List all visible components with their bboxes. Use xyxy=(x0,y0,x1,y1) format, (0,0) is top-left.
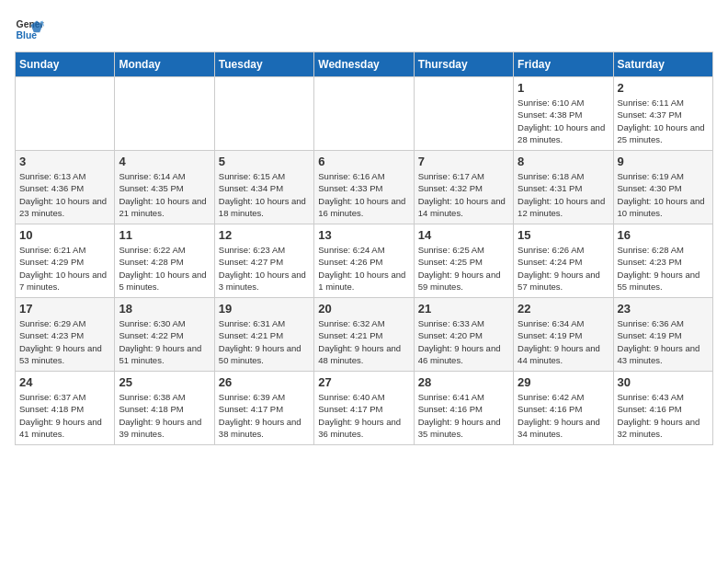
day-info: Sunrise: 6:23 AM Sunset: 4:27 PM Dayligh… xyxy=(219,244,310,293)
day-info: Sunrise: 6:14 AM Sunset: 4:35 PM Dayligh… xyxy=(119,170,210,219)
day-number: 27 xyxy=(318,375,409,389)
day-info: Sunrise: 6:42 AM Sunset: 4:16 PM Dayligh… xyxy=(518,391,609,440)
day-number: 22 xyxy=(518,302,609,316)
day-number: 18 xyxy=(119,302,210,316)
day-info: Sunrise: 6:29 AM Sunset: 4:23 PM Dayligh… xyxy=(19,317,110,366)
day-number: 26 xyxy=(219,375,310,389)
day-cell: 13Sunrise: 6:24 AM Sunset: 4:26 PM Dayli… xyxy=(314,224,414,298)
day-info: Sunrise: 6:10 AM Sunset: 4:38 PM Dayligh… xyxy=(518,97,609,145)
day-info: Sunrise: 6:19 AM Sunset: 4:30 PM Dayligh… xyxy=(618,170,709,219)
day-cell: 12Sunrise: 6:23 AM Sunset: 4:27 PM Dayli… xyxy=(214,224,313,298)
day-number: 7 xyxy=(418,155,509,168)
day-cell: 2Sunrise: 6:11 AM Sunset: 4:37 PM Daylig… xyxy=(613,77,712,151)
day-number: 4 xyxy=(119,155,210,168)
header-sunday: Sunday xyxy=(16,52,115,77)
day-cell xyxy=(414,77,513,151)
day-info: Sunrise: 6:26 AM Sunset: 4:24 PM Dayligh… xyxy=(518,244,609,293)
header-tuesday: Tuesday xyxy=(214,52,313,77)
day-info: Sunrise: 6:22 AM Sunset: 4:28 PM Dayligh… xyxy=(119,244,210,293)
header-saturday: Saturday xyxy=(613,52,712,77)
day-number: 8 xyxy=(518,155,609,168)
day-info: Sunrise: 6:16 AM Sunset: 4:33 PM Dayligh… xyxy=(318,170,409,219)
day-info: Sunrise: 6:38 AM Sunset: 4:18 PM Dayligh… xyxy=(119,391,210,440)
week-row-3: 10Sunrise: 6:21 AM Sunset: 4:29 PM Dayli… xyxy=(16,224,713,298)
day-number: 25 xyxy=(119,375,210,389)
day-info: Sunrise: 6:41 AM Sunset: 4:16 PM Dayligh… xyxy=(418,391,509,440)
day-number: 13 xyxy=(318,228,409,242)
day-cell: 22Sunrise: 6:34 AM Sunset: 4:19 PM Dayli… xyxy=(514,298,613,372)
week-row-2: 3Sunrise: 6:13 AM Sunset: 4:36 PM Daylig… xyxy=(16,151,713,224)
day-cell: 26Sunrise: 6:39 AM Sunset: 4:17 PM Dayli… xyxy=(214,372,313,445)
day-cell: 28Sunrise: 6:41 AM Sunset: 4:16 PM Dayli… xyxy=(414,372,513,445)
day-number: 24 xyxy=(19,375,110,389)
day-cell: 27Sunrise: 6:40 AM Sunset: 4:17 PM Dayli… xyxy=(314,372,414,445)
day-info: Sunrise: 6:11 AM Sunset: 4:37 PM Dayligh… xyxy=(618,97,709,145)
header-thursday: Thursday xyxy=(414,52,513,77)
day-info: Sunrise: 6:30 AM Sunset: 4:22 PM Dayligh… xyxy=(119,317,210,366)
day-info: Sunrise: 6:15 AM Sunset: 4:34 PM Dayligh… xyxy=(219,170,310,219)
calendar-header-row: SundayMondayTuesdayWednesdayThursdayFrid… xyxy=(16,52,713,77)
day-cell: 23Sunrise: 6:36 AM Sunset: 4:19 PM Dayli… xyxy=(613,298,712,372)
day-cell: 7Sunrise: 6:17 AM Sunset: 4:32 PM Daylig… xyxy=(414,151,513,224)
day-cell xyxy=(214,77,313,151)
day-info: Sunrise: 6:33 AM Sunset: 4:20 PM Dayligh… xyxy=(418,317,509,366)
day-number: 14 xyxy=(418,228,509,242)
day-cell: 21Sunrise: 6:33 AM Sunset: 4:20 PM Dayli… xyxy=(414,298,513,372)
day-number: 9 xyxy=(618,155,709,168)
day-cell: 1Sunrise: 6:10 AM Sunset: 4:38 PM Daylig… xyxy=(514,77,613,151)
day-info: Sunrise: 6:25 AM Sunset: 4:25 PM Dayligh… xyxy=(418,244,509,293)
header-monday: Monday xyxy=(115,52,214,77)
day-info: Sunrise: 6:43 AM Sunset: 4:16 PM Dayligh… xyxy=(618,391,709,440)
day-cell xyxy=(115,77,214,151)
day-number: 1 xyxy=(518,81,609,95)
day-number: 29 xyxy=(518,375,609,389)
day-info: Sunrise: 6:40 AM Sunset: 4:17 PM Dayligh… xyxy=(318,391,409,440)
day-number: 11 xyxy=(119,228,210,242)
day-cell: 19Sunrise: 6:31 AM Sunset: 4:21 PM Dayli… xyxy=(214,298,313,372)
day-number: 23 xyxy=(618,302,709,316)
week-row-1: 1Sunrise: 6:10 AM Sunset: 4:38 PM Daylig… xyxy=(16,77,713,151)
day-number: 5 xyxy=(219,155,310,168)
day-cell: 15Sunrise: 6:26 AM Sunset: 4:24 PM Dayli… xyxy=(514,224,613,298)
day-info: Sunrise: 6:17 AM Sunset: 4:32 PM Dayligh… xyxy=(418,170,509,219)
day-number: 12 xyxy=(219,228,310,242)
day-cell: 11Sunrise: 6:22 AM Sunset: 4:28 PM Dayli… xyxy=(115,224,214,298)
header-friday: Friday xyxy=(514,52,613,77)
day-cell: 25Sunrise: 6:38 AM Sunset: 4:18 PM Dayli… xyxy=(115,372,214,445)
day-cell: 6Sunrise: 6:16 AM Sunset: 4:33 PM Daylig… xyxy=(314,151,414,224)
day-cell: 4Sunrise: 6:14 AM Sunset: 4:35 PM Daylig… xyxy=(115,151,214,224)
day-info: Sunrise: 6:24 AM Sunset: 4:26 PM Dayligh… xyxy=(318,244,409,293)
day-number: 30 xyxy=(618,375,709,389)
logo: General Blue xyxy=(15,15,44,44)
day-number: 19 xyxy=(219,302,310,316)
day-number: 10 xyxy=(19,228,110,242)
day-info: Sunrise: 6:36 AM Sunset: 4:19 PM Dayligh… xyxy=(618,317,709,366)
day-cell: 10Sunrise: 6:21 AM Sunset: 4:29 PM Dayli… xyxy=(16,224,115,298)
calendar-table: SundayMondayTuesdayWednesdayThursdayFrid… xyxy=(15,52,713,445)
day-number: 16 xyxy=(618,228,709,242)
day-cell xyxy=(16,77,115,151)
day-number: 21 xyxy=(418,302,509,316)
day-info: Sunrise: 6:13 AM Sunset: 4:36 PM Dayligh… xyxy=(19,170,110,219)
header-wednesday: Wednesday xyxy=(314,52,414,77)
day-info: Sunrise: 6:21 AM Sunset: 4:29 PM Dayligh… xyxy=(19,244,110,293)
day-number: 6 xyxy=(318,155,409,168)
page-header: General Blue xyxy=(15,15,713,44)
logo-icon: General Blue xyxy=(15,15,44,44)
day-info: Sunrise: 6:28 AM Sunset: 4:23 PM Dayligh… xyxy=(618,244,709,293)
day-number: 20 xyxy=(318,302,409,316)
day-number: 28 xyxy=(418,375,509,389)
day-number: 3 xyxy=(19,155,110,168)
day-cell: 16Sunrise: 6:28 AM Sunset: 4:23 PM Dayli… xyxy=(613,224,712,298)
week-row-4: 17Sunrise: 6:29 AM Sunset: 4:23 PM Dayli… xyxy=(16,298,713,372)
day-cell: 18Sunrise: 6:30 AM Sunset: 4:22 PM Dayli… xyxy=(115,298,214,372)
day-info: Sunrise: 6:37 AM Sunset: 4:18 PM Dayligh… xyxy=(19,391,110,440)
day-cell: 30Sunrise: 6:43 AM Sunset: 4:16 PM Dayli… xyxy=(613,372,712,445)
day-cell: 14Sunrise: 6:25 AM Sunset: 4:25 PM Dayli… xyxy=(414,224,513,298)
day-cell: 8Sunrise: 6:18 AM Sunset: 4:31 PM Daylig… xyxy=(514,151,613,224)
day-number: 2 xyxy=(618,81,709,95)
day-cell: 9Sunrise: 6:19 AM Sunset: 4:30 PM Daylig… xyxy=(613,151,712,224)
day-cell: 20Sunrise: 6:32 AM Sunset: 4:21 PM Dayli… xyxy=(314,298,414,372)
day-cell xyxy=(314,77,414,151)
day-cell: 3Sunrise: 6:13 AM Sunset: 4:36 PM Daylig… xyxy=(16,151,115,224)
